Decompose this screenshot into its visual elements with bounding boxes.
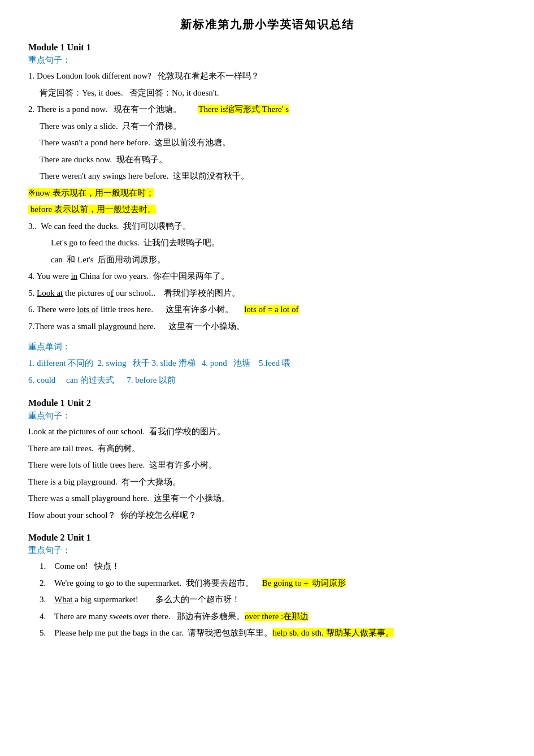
highlight-note2-m1u1: before 表示以前，用一般过去时。 bbox=[28, 202, 506, 217]
sentence-m1u1-5: 5. Look at the pictures of our school.. … bbox=[28, 286, 506, 301]
sentence-m1u1-2: 2. There is a pond now. 现在有一个池塘。 There i… bbox=[28, 102, 506, 117]
sentence-m1u1-7: 7.There was a small playground here. 这里有… bbox=[28, 319, 506, 334]
sentence-m1u1-2-sub3: There are ducks now. 现在有鸭子。 bbox=[40, 153, 506, 167]
vocab-m1u1-2: 6. could can 的过去式 7. before 以前 bbox=[28, 373, 506, 388]
module-m2u1: Module 2 Unit 1 重点句子： 1. Come on! 快点！ 2.… bbox=[28, 533, 506, 641]
sentence-m2u1-3: 3. What a big supermarket! 多么大的一个超市呀！ bbox=[40, 593, 506, 607]
module-title-m1u2: Module 1 Unit 2 bbox=[28, 398, 506, 408]
sentence-m1u1-2-sub2: There wasn't a pond here before. 这里以前没有池… bbox=[40, 136, 506, 150]
sentence-m1u1-3-sub1: Let's go to feed the ducks. 让我们去喂鸭子吧。 bbox=[51, 236, 506, 250]
highlight-note-m1u1: ※now 表示现在，用一般现在时； bbox=[28, 186, 506, 201]
sentence-m1u1-2-sub4: There weren't any swings here before. 这里… bbox=[40, 169, 506, 184]
sentence-m2u1-5: 5. Please help me put the bags in the ca… bbox=[40, 626, 506, 641]
key-sentences-label-m2u1: 重点句子： bbox=[28, 545, 506, 556]
module-title-m1u1: Module 1 Unit 1 bbox=[28, 42, 506, 53]
module-m1u1: Module 1 Unit 1 重点句子： 1. Does London loo… bbox=[28, 42, 506, 388]
sentence-m1u1-1: 1. Does London look different now? 伦敦现在看… bbox=[28, 69, 506, 84]
key-words-label-m1u1: 重点单词： bbox=[28, 342, 506, 352]
sentence-m1u1-1-sub: 肯定回答：Yes, it does. 否定回答：No, it doesn't. bbox=[40, 86, 506, 101]
page-title: 新标准第九册小学英语知识总结 bbox=[28, 17, 506, 32]
sentence-m1u2-4: There is a big playground. 有一个大操场。 bbox=[28, 475, 506, 490]
sentence-m1u1-2-sub1: There was only a slide. 只有一个滑梯。 bbox=[40, 119, 506, 134]
sentence-m2u1-2: 2. We're going to go to the supermarket.… bbox=[40, 576, 506, 591]
module-title-m2u1: Module 2 Unit 1 bbox=[28, 533, 506, 543]
vocab-m1u1-1: 1. different 不同的 2. swing 秋千 3. slide 滑梯… bbox=[28, 356, 506, 371]
sentence-m1u2-2: There are tall trees. 有高的树。 bbox=[28, 442, 506, 456]
sentence-m1u2-3: There were lots of little trees here. 这里… bbox=[28, 458, 506, 473]
sentence-m1u1-4: 4. You were in China for two years. 你在中国… bbox=[28, 269, 506, 284]
sentence-m1u2-1: Look at the pictures of our school. 看我们学… bbox=[28, 425, 506, 439]
sentence-m1u2-6: How about your school？ 你的学校怎么样呢？ bbox=[28, 508, 506, 523]
key-sentences-label-m1u1: 重点句子： bbox=[28, 55, 506, 66]
sentence-m1u1-3-sub2: can 和 Let's 后面用动词原形。 bbox=[51, 253, 506, 267]
sentence-m1u1-3: 3.. We can feed the ducks. 我们可以喂鸭子。 bbox=[28, 219, 506, 234]
sentence-m2u1-4: 4. There are many sweets over there. 那边有… bbox=[40, 610, 506, 624]
sentence-m1u1-6: 6. There were lots of little trees here.… bbox=[28, 303, 506, 317]
module-m1u2: Module 1 Unit 2 重点句子： Look at the pictur… bbox=[28, 398, 506, 522]
sentence-m1u2-5: There was a small playground here. 这里有一个… bbox=[28, 491, 506, 506]
key-sentences-label-m1u2: 重点句子： bbox=[28, 411, 506, 421]
sentence-m2u1-1: 1. Come on! 快点！ bbox=[40, 559, 506, 574]
